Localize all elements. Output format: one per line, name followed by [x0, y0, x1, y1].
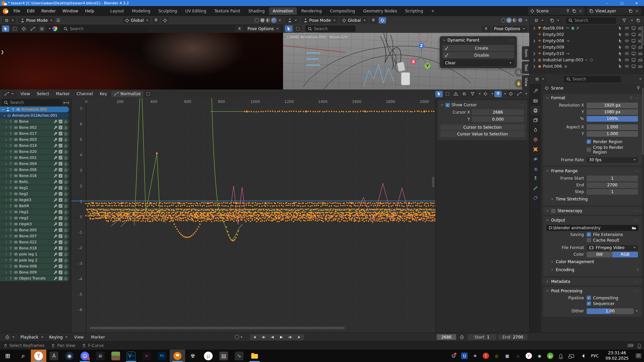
- channel-row[interactable]: rleg2✓: [0, 215, 69, 221]
- orientation-dropdown-2[interactable]: Global: [339, 17, 368, 23]
- shading-solid-button-2[interactable]: [507, 18, 511, 22]
- channel-row[interactable]: pole leg 1✓: [0, 251, 69, 257]
- pin-icon[interactable]: [9, 216, 13, 220]
- channel-row[interactable]: llegik3✓: [0, 197, 69, 203]
- outliner-row[interactable]: ❯◍Industrial Lamp.003⌁⬡: [530, 57, 644, 63]
- pin-icon[interactable]: [9, 192, 13, 196]
- graph-menu-view[interactable]: View: [17, 90, 33, 97]
- mute-checkbox[interactable]: ✓: [59, 270, 62, 274]
- shading-wireframe-button-2[interactable]: [501, 18, 505, 22]
- pin-icon[interactable]: [9, 258, 13, 262]
- workspace-tab-layout[interactable]: Layout: [107, 7, 128, 15]
- frame-range-panel-header[interactable]: Frame Range::::: [543, 167, 642, 175]
- channel-row[interactable]: Bone.016✓: [0, 173, 69, 179]
- tray-grid-tray[interactable]: ▦: [502, 350, 512, 362]
- modifier-icon[interactable]: [53, 186, 57, 190]
- expand-icon[interactable]: [5, 192, 8, 195]
- expand-icon[interactable]: [5, 265, 8, 268]
- mute-checkbox[interactable]: ✓: [59, 162, 62, 166]
- color-wheel-icon[interactable]: [52, 26, 57, 31]
- expand-icon[interactable]: [5, 198, 8, 201]
- tray-discord-tray[interactable]: ☺: [448, 350, 459, 362]
- pin-icon[interactable]: [9, 120, 13, 124]
- next-keyframe-button[interactable]: [286, 334, 295, 340]
- modifier-icon[interactable]: [53, 240, 57, 244]
- taskbar-minecraft[interactable]: [108, 350, 123, 362]
- workspace-tab-animation[interactable]: Animation: [269, 7, 297, 15]
- normalize-auto-button[interactable]: [145, 91, 152, 97]
- menu-render[interactable]: Render: [38, 8, 59, 14]
- tray-volume-icon[interactable]: [577, 350, 587, 362]
- expand-icon[interactable]: [5, 150, 8, 153]
- shading-rendered-button[interactable]: [272, 18, 276, 22]
- eye-icon[interactable]: [14, 180, 18, 184]
- transform-gizmo[interactable]: Z X Y: [410, 42, 433, 70]
- gizmo-x-neg[interactable]: [429, 50, 433, 54]
- modifier-icon[interactable]: [53, 216, 57, 220]
- mute-checkbox[interactable]: ✓: [59, 246, 62, 250]
- dynamic-parent-create-button[interactable]: Create: [442, 45, 514, 51]
- expand-icon[interactable]: [5, 132, 8, 135]
- auto-handle-button[interactable]: [516, 91, 523, 97]
- channel-row[interactable]: Bone.020✓: [0, 149, 69, 155]
- lock-icon[interactable]: [64, 150, 68, 154]
- taskbar-utorrent[interactable]: µ: [201, 350, 216, 362]
- channel-row[interactable]: Bone.003✓: [0, 137, 69, 142]
- modifier-icon[interactable]: [53, 277, 57, 281]
- outliner-filter-button[interactable]: [621, 17, 628, 24]
- pin-icon[interactable]: [9, 138, 13, 142]
- modifier-icon[interactable]: [53, 150, 57, 154]
- eye-icon[interactable]: [14, 168, 18, 172]
- timeline-view-menu[interactable]: View: [71, 334, 87, 341]
- show-cursor-checkbox[interactable]: ✓: [445, 103, 450, 107]
- expand-icon[interactable]: [5, 247, 8, 250]
- outliner-row[interactable]: ❯✛Empty.008↝: [530, 38, 644, 44]
- channel-row[interactable]: lleg1✓: [0, 185, 69, 191]
- channel-row[interactable]: lleg2✓: [0, 191, 69, 197]
- stereoscopy-checkbox[interactable]: [551, 209, 555, 213]
- expand-icon[interactable]: ❯: [533, 58, 537, 62]
- format-panel-header[interactable]: Format☰ ::::: [543, 94, 642, 102]
- cache-result-checkbox[interactable]: Cache Result: [587, 238, 638, 243]
- mute-checkbox[interactable]: ✓: [59, 210, 62, 214]
- output-panel-header[interactable]: Output::::: [543, 216, 642, 224]
- lock-icon[interactable]: [64, 144, 68, 148]
- mute-checkbox[interactable]: ✓: [59, 132, 62, 135]
- pin-icon[interactable]: [9, 264, 13, 268]
- mute-checkbox[interactable]: ✓: [59, 192, 62, 196]
- compositing-checkbox[interactable]: ✓Compositing: [587, 296, 638, 300]
- object-data-tab[interactable]: [530, 174, 540, 183]
- modifier-icon[interactable]: [53, 258, 57, 262]
- taskbar-window-app[interactable]: ▤: [216, 350, 231, 362]
- eye-icon[interactable]: [14, 240, 18, 244]
- pin-icon[interactable]: [9, 174, 13, 178]
- pose-options-dropdown-2[interactable]: Pose Options: [492, 25, 527, 32]
- dynamic-parent-disable-button[interactable]: Disable: [442, 52, 514, 58]
- gizmo-y-axis[interactable]: Y: [425, 63, 430, 69]
- maximize-button[interactable]: ▢: [614, 0, 629, 6]
- expand-icon[interactable]: [5, 223, 8, 226]
- color-bw-button[interactable]: BW: [587, 252, 612, 257]
- mute-checkbox[interactable]: ✓: [59, 258, 62, 262]
- lock-icon[interactable]: [64, 198, 68, 202]
- start-frame-field[interactable]: Start1: [468, 334, 496, 340]
- copy-scene-icon[interactable]: [572, 9, 577, 13]
- pin-id-icon[interactable]: [636, 86, 641, 90]
- eye-icon[interactable]: [14, 234, 18, 238]
- panel-grip[interactable]: ::::: [509, 39, 514, 42]
- mute-checkbox[interactable]: ✓: [59, 228, 62, 232]
- disable-render-icon[interactable]: [638, 64, 643, 69]
- mute-checkbox[interactable]: ✓: [59, 277, 62, 280]
- pin-icon[interactable]: [9, 198, 13, 202]
- viewport2-search[interactable]: Search: [305, 25, 356, 32]
- mute-checkbox[interactable]: ✓: [59, 240, 62, 244]
- pin-icon[interactable]: [9, 210, 13, 214]
- channel-row[interactable]: Bone.006✓: [0, 167, 69, 173]
- selectable-icon[interactable]: [618, 32, 623, 37]
- pin-icon[interactable]: [9, 180, 13, 184]
- taskbar-windows-search[interactable]: ⌕: [15, 350, 31, 362]
- sidebar-tab-view[interactable]: View: [522, 75, 529, 89]
- outliner-row[interactable]: ✛Empty.002: [530, 31, 644, 38]
- hide-icon[interactable]: [625, 45, 629, 50]
- lock-icon[interactable]: [64, 192, 68, 196]
